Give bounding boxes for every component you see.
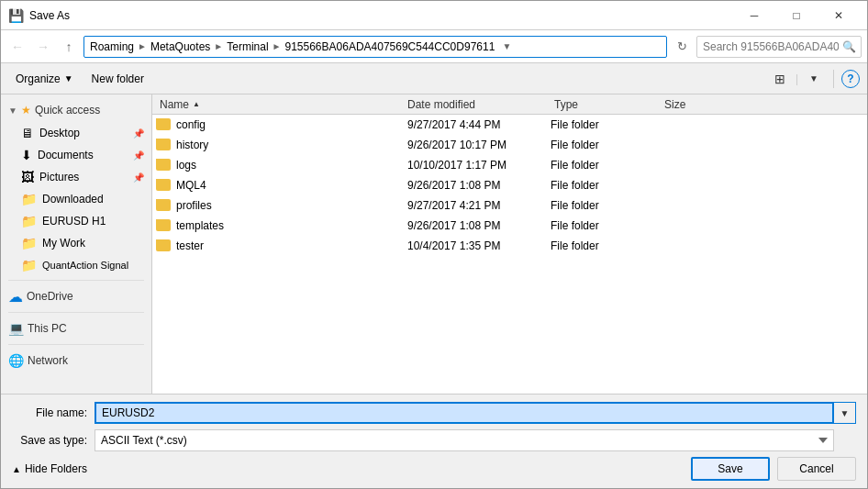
col-name-header[interactable]: Name ▲ (156, 98, 404, 111)
table-row[interactable]: history 9/26/2017 10:17 PM File folder (152, 135, 867, 155)
filename-row: File name: ▼ (12, 402, 856, 424)
up-button[interactable]: ↑ (58, 36, 80, 58)
view-button[interactable]: ⊞ (768, 67, 792, 91)
path-sep-1: ► (138, 41, 147, 51)
sidebar-item-desktop[interactable]: 🖥 Desktop 📌 (1, 122, 151, 144)
sidebar-divider-2 (8, 312, 144, 313)
file-name-cell: logs (152, 159, 400, 172)
save-as-dialog: 💾 Save As ─ □ ✕ ← → ↑ Roaming ► MetaQuot… (0, 0, 868, 489)
file-name-label: MQL4 (176, 179, 206, 192)
sidebar-item-mywork[interactable]: 📁 My Work (1, 232, 151, 254)
thispc-label: This PC (28, 322, 67, 335)
file-type-cell: File folder (547, 219, 657, 232)
organize-label: Organize (16, 72, 61, 85)
col-date-header[interactable]: Date modified (404, 98, 551, 111)
downloaded-icon: 📁 (21, 192, 37, 206)
minimize-button[interactable]: ─ (733, 1, 775, 30)
file-name-label: history (176, 139, 208, 151)
network-item[interactable]: 🌐 Network (1, 349, 151, 372)
quantaction-icon: 📁 (21, 258, 37, 272)
file-date-cell: 9/26/2017 1:08 PM (400, 179, 547, 192)
file-list: Name ▲ Date modified Type Size config (152, 94, 867, 394)
filetype-select[interactable]: ASCII Text (*.csv) (95, 429, 834, 451)
search-input[interactable] (696, 36, 862, 58)
table-row[interactable]: logs 10/10/2017 1:17 PM File folder (152, 155, 867, 175)
network-icon: 🌐 (8, 353, 24, 368)
file-type-value: File folder (551, 118, 599, 131)
bottom-panel: File name: ▼ Save as type: ASCII Text (*… (1, 394, 867, 488)
hide-folders-chevron-icon: ▲ (12, 464, 21, 474)
mywork-icon: 📁 (21, 236, 37, 250)
address-path[interactable]: Roaming ► MetaQuotes ► Terminal ► 915566… (83, 36, 667, 58)
sidebar-item-eurusd[interactable]: 📁 EURUSD H1 (1, 210, 151, 232)
view-sep: | (796, 72, 798, 85)
path-segment-metaquotes: MetaQuotes (150, 40, 210, 53)
dialog-icon: 💾 (8, 8, 24, 23)
sidebar-item-downloaded[interactable]: 📁 Downloaded (1, 188, 151, 210)
hide-folders-label: Hide Folders (25, 462, 87, 475)
sidebar-divider-3 (8, 344, 144, 345)
path-sep-3: ► (273, 41, 282, 51)
maximize-button[interactable]: □ (775, 1, 818, 30)
title-controls: ─ □ ✕ (733, 1, 860, 30)
back-button[interactable]: ← (6, 36, 28, 58)
address-dropdown-button[interactable]: ▼ (498, 37, 515, 57)
file-date-value: 9/26/2017 1:08 PM (407, 179, 500, 192)
file-name-label: templates (176, 219, 224, 232)
file-name-cell: config (152, 118, 400, 131)
col-size-header[interactable]: Size (661, 98, 734, 111)
quick-access-chevron-icon: ▼ (8, 106, 17, 116)
forward-button[interactable]: → (32, 36, 54, 58)
hide-folders-link[interactable]: ▲ Hide Folders (12, 462, 87, 475)
sidebar-item-documents-label: Documents (38, 149, 94, 161)
sidebar-item-downloaded-label: Downloaded (42, 193, 104, 206)
folder-icon (156, 199, 171, 211)
organize-button[interactable]: Organize ▼ (8, 67, 81, 91)
file-type-value: File folder (551, 199, 599, 212)
filename-dropdown-button[interactable]: ▼ (834, 402, 856, 424)
file-name-cell: MQL4 (152, 179, 400, 192)
documents-pin-icon: 📌 (133, 150, 144, 161)
sidebar-item-desktop-label: Desktop (39, 127, 80, 139)
search-wrapper: 🔍 (696, 36, 862, 58)
quick-access-header[interactable]: ▼ ★ Quick access (1, 98, 151, 122)
sidebar: ▼ ★ Quick access 🖥 Desktop 📌 ⬇ Documents… (1, 94, 152, 394)
file-date-value: 10/10/2017 1:17 PM (407, 159, 506, 172)
sidebar-item-documents[interactable]: ⬇ Documents 📌 (1, 144, 151, 166)
col-type-header[interactable]: Type (551, 98, 661, 111)
sidebar-item-pictures[interactable]: 🖼 Pictures 📌 (1, 166, 151, 188)
toolbar-right: ⊞ | ▼ ? (768, 67, 860, 91)
table-row[interactable]: MQL4 9/26/2017 1:08 PM File folder (152, 175, 867, 195)
path-segment-roaming: Roaming (90, 40, 134, 53)
onedrive-item[interactable]: ☁ OneDrive (1, 284, 151, 308)
view-dropdown-button[interactable]: ▼ (802, 67, 826, 91)
filename-input[interactable] (95, 402, 834, 424)
file-list-header: Name ▲ Date modified Type Size (152, 94, 867, 115)
file-type-value: File folder (551, 179, 599, 192)
sidebar-item-quantaction[interactable]: 📁 QuantAction Signal (1, 254, 151, 276)
pictures-icon: 🖼 (21, 170, 34, 184)
action-row: ▲ Hide Folders Save Cancel (12, 457, 856, 481)
table-row[interactable]: profiles 9/27/2017 4:21 PM File folder (152, 195, 867, 216)
quick-access-star-icon: ★ (21, 104, 31, 117)
search-icon: 🔍 (842, 40, 856, 53)
file-date-value: 10/4/2017 1:35 PM (407, 239, 500, 252)
new-folder-button[interactable]: New folder (84, 67, 151, 91)
file-type-cell: File folder (547, 118, 657, 131)
file-date-cell: 10/10/2017 1:17 PM (400, 159, 547, 172)
thispc-item[interactable]: 💻 This PC (1, 317, 151, 340)
file-type-cell: File folder (547, 199, 657, 212)
saveastype-label: Save as type: (12, 434, 95, 447)
cancel-button[interactable]: Cancel (777, 457, 856, 481)
close-button[interactable]: ✕ (818, 1, 860, 30)
save-button[interactable]: Save (691, 457, 770, 481)
folder-icon (156, 159, 171, 171)
quick-access-label: Quick access (35, 104, 100, 117)
onedrive-icon: ☁ (8, 288, 23, 306)
file-type-cell: File folder (547, 239, 657, 252)
table-row[interactable]: templates 9/26/2017 1:08 PM File folder (152, 216, 867, 236)
refresh-button[interactable]: ↻ (671, 36, 693, 58)
table-row[interactable]: tester 10/4/2017 1:35 PM File folder (152, 236, 867, 256)
help-button[interactable]: ? (841, 70, 860, 88)
table-row[interactable]: config 9/27/2017 4:44 PM File folder (152, 115, 867, 135)
